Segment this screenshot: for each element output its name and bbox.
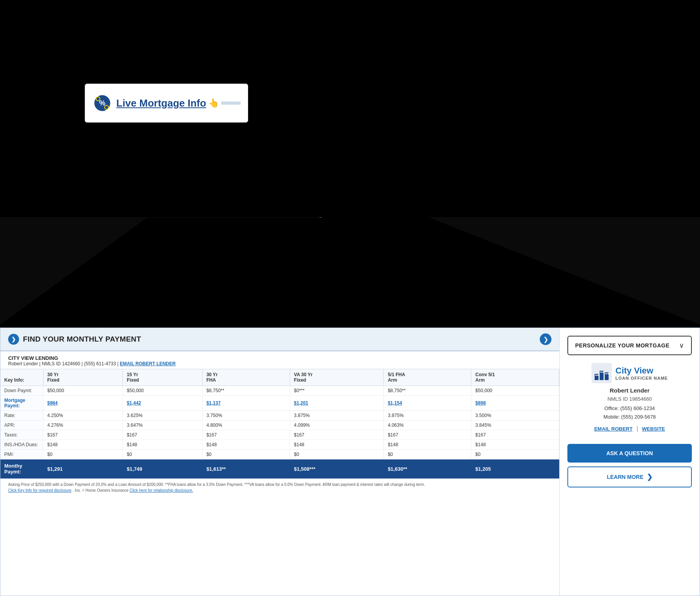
action-buttons: ASK A QUESTION LEARN MORE ❯: [567, 444, 692, 487]
row-label-apr: APR:: [0, 421, 43, 430]
cell-pmi-va: $0: [290, 450, 383, 459]
cell-apr-conv: 3.845%: [471, 421, 559, 430]
cell-downpaymt-va: $0***: [290, 386, 383, 396]
cell-taxes-conv: $167: [471, 430, 559, 440]
cell-rate-fha: 3.750%: [202, 411, 290, 421]
row-label-rate: Rate:: [0, 411, 43, 421]
learn-more-button[interactable]: LEARN MORE ❯: [567, 466, 692, 487]
cell-taxes-51fha: $167: [384, 430, 471, 440]
table-row: Rate: 4.250% 3.625% 3.750% 3.875% 3.875%…: [0, 411, 559, 421]
city-view-logo: [592, 363, 612, 383]
cell-apr-30f: 4.276%: [43, 421, 123, 430]
table-row: Down Paymt: $50,000 $50,000 $8,750** $0*…: [0, 386, 559, 396]
cell-ins-fha: $148: [202, 440, 290, 450]
row-label-ins: INS./HOA Dues:: [0, 440, 43, 450]
cell-taxes-fha: $167: [202, 430, 290, 440]
table-row: INS./HOA Dues: $148 $148 $148 $148 $148 …: [0, 440, 559, 450]
cell-rate-conv: 3.500%: [471, 411, 559, 421]
row-label-taxes: Taxes:: [0, 430, 43, 440]
footer-conv: $1,205: [471, 459, 559, 479]
cell-taxes-15f: $167: [123, 430, 203, 440]
cell-mortgagepaymt-conv[interactable]: $898: [471, 396, 559, 411]
cell-rate-15f: 3.625%: [123, 411, 203, 421]
col-51fha: 5/1 FHAArm: [384, 369, 471, 386]
disclaimer: Asking Price of $250,000 with a Down Pay…: [0, 479, 559, 496]
title-group: ❯ FIND YOUR MONTHLY PAYMENT: [8, 334, 141, 345]
popup-link-text[interactable]: Live Mortgage Info: [116, 97, 206, 109]
cell-pmi-15f: $0: [123, 450, 203, 459]
cell-rate-30f: 4.250%: [43, 411, 123, 421]
col-30yr-fixed: 30 YrFixed: [43, 369, 123, 386]
cell-pmi-fha: $0: [202, 450, 290, 459]
col-conv51: Conv 5/1Arm: [471, 369, 559, 386]
nmls-id: 1424660: [62, 361, 80, 366]
table-row: Mortgage Paymt: $984 $1,442 $1,137 $1,20…: [0, 396, 559, 411]
logo-row: City View LOAN OFFICER NAME: [592, 363, 668, 383]
loan-officer-label: LOAN OFFICER NAME: [616, 376, 668, 380]
footer-label: Monthy Paymt:: [0, 459, 43, 479]
disclaimer-link1[interactable]: Click Key Info for required disclosure: [8, 488, 72, 493]
col-30yr-fha: 30 YrFHA: [202, 369, 290, 386]
cell-apr-51fha: 4.063%: [384, 421, 471, 430]
company-text: City View LOAN OFFICER NAME: [616, 366, 668, 380]
learn-more-arrow: ❯: [647, 473, 653, 481]
email-robert-link[interactable]: EMAIL ROBERT: [594, 426, 633, 432]
row-label-pmi: PMI:: [0, 450, 43, 459]
cell-downpaymt-30f: $50,000: [43, 386, 123, 396]
disclaimer-link2[interactable]: Click here for relationship disclosure.: [130, 488, 193, 493]
cell-ins-51fha: $148: [384, 440, 471, 450]
contact-sep: |: [637, 425, 638, 432]
cell-downpaymt-conv: $50,000: [471, 386, 559, 396]
company-name-right: City View: [616, 366, 668, 376]
row-label-mortgagepaymt: Mortgage Paymt:: [0, 396, 43, 411]
table-row: PMI: $0 $0 $0 $0 $0 $0: [0, 450, 559, 459]
svg-rect-9: [164, 70, 170, 75]
personalize-button[interactable]: PERSONALIZE YOUR MORTGAGE ∨: [567, 336, 692, 355]
nav-arrow[interactable]: ❯: [540, 333, 551, 345]
learn-more-label: LEARN MORE: [607, 474, 643, 480]
mobile-phone: Mobile: (555) 209-5678: [604, 414, 656, 420]
website-link[interactable]: WEBSITE: [642, 426, 665, 432]
cell-ins-va: $148: [290, 440, 383, 450]
svg-rect-24: [597, 375, 598, 376]
footer-15f: $1,749: [123, 459, 203, 479]
personalize-label: PERSONALIZE YOUR MORTGAGE: [575, 342, 669, 349]
svg-rect-28: [607, 373, 609, 374]
svg-marker-17: [0, 217, 148, 325]
agent-name: Robert Lender: [8, 361, 38, 366]
office-phone: Office: (555) 606-1234: [604, 405, 655, 411]
cell-downpaymt-51fha: $8,750**: [384, 386, 471, 396]
table-footer-row: Monthy Paymt: $1,291 $1,749 $1,613** $1,…: [0, 459, 559, 479]
cell-pmi-51fha: $0: [384, 450, 471, 459]
ask-question-label: ASK A QUESTION: [606, 450, 653, 456]
ask-question-button[interactable]: ASK A QUESTION: [567, 444, 692, 463]
cell-mortgagepaymt-51fha[interactable]: $1,154: [384, 396, 471, 411]
panel-header: ❯ FIND YOUR MONTHLY PAYMENT ❯: [0, 328, 559, 351]
right-section: PERSONALIZE YOUR MORTGAGE ∨: [560, 328, 700, 596]
cell-mortgagepaymt-fha[interactable]: $1,137: [202, 396, 290, 411]
cell-taxes-va: $167: [290, 430, 383, 440]
col-15yr-fixed: 15 YrFixed: [123, 369, 203, 386]
footer-51fha: $1,630**: [384, 459, 471, 479]
col-va30yr: VA 30 YrFixed: [290, 369, 383, 386]
cell-rate-va: 3.875%: [290, 411, 383, 421]
svg-rect-26: [602, 372, 604, 373]
popup-card: % Live Mortgage Info 👆: [85, 84, 248, 123]
header-icon: ❯: [8, 334, 19, 345]
popup-line-stub: [221, 102, 241, 105]
lender-info: CITY VIEW LENDING Robert Lender | NMLS I…: [0, 351, 559, 369]
cell-pmi-30f: $0: [43, 450, 123, 459]
row-label-downpaymt: Down Paymt:: [0, 386, 43, 396]
cell-mortgagepaymt-15f[interactable]: $1,442: [123, 396, 203, 411]
cell-mortgagepaymt-va[interactable]: $1,201: [290, 396, 383, 411]
cell-ins-15f: $148: [123, 440, 203, 450]
cell-ins-30f: $148: [43, 440, 123, 450]
lender-details: Robert Lender | NMLS ID 1424660 | (555) …: [8, 361, 551, 366]
email-lender-link[interactable]: EMAIL ROBERT LENDER: [120, 361, 176, 366]
cell-rate-51fha: 3.875%: [384, 411, 471, 421]
nmls-right: NMLS ID 19854660: [607, 396, 652, 402]
main-panel: ❯ FIND YOUR MONTHLY PAYMENT ❯ CITY VIEW …: [0, 328, 700, 596]
contact-links: EMAIL ROBERT | WEBSITE: [594, 425, 665, 432]
cell-mortgagepaymt-30f[interactable]: $984: [43, 396, 123, 411]
lender-card: City View LOAN OFFICER NAME Robert Lende…: [567, 363, 692, 432]
